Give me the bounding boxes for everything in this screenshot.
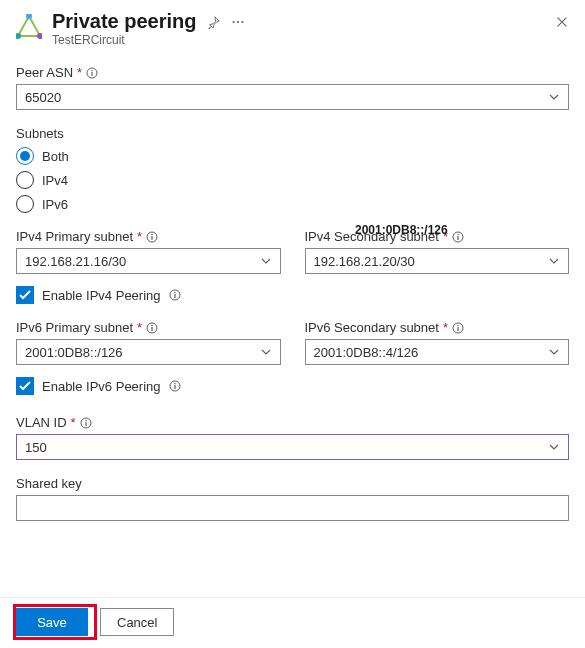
- required-mark: *: [137, 320, 142, 335]
- radio-both[interactable]: Both: [16, 147, 569, 165]
- enable-ipv4-checkbox[interactable]: Enable IPv4 Peering: [16, 286, 569, 304]
- save-button[interactable]: Save: [16, 608, 88, 636]
- radio-ipv6[interactable]: IPv6: [16, 195, 569, 213]
- chevron-down-icon: [548, 255, 560, 267]
- ipv4-primary-value: 192.168.21.16/30: [25, 254, 126, 269]
- vlan-id-label-text: VLAN ID: [16, 415, 67, 430]
- cancel-button[interactable]: Cancel: [100, 608, 174, 636]
- info-icon[interactable]: [86, 67, 98, 79]
- overlay-note: 2001:0DB8::/126: [355, 223, 448, 237]
- chevron-down-icon: [548, 346, 560, 358]
- more-icon[interactable]: [231, 15, 245, 29]
- svg-rect-12: [152, 234, 153, 235]
- required-mark: *: [71, 415, 76, 430]
- svg-rect-17: [174, 294, 175, 298]
- shared-key-input[interactable]: [16, 495, 569, 521]
- subnets-radio-group: Both IPv4 IPv6: [16, 147, 569, 213]
- required-mark: *: [443, 320, 448, 335]
- info-icon[interactable]: [80, 417, 92, 429]
- chevron-down-icon: [260, 255, 272, 267]
- peer-asn-label: Peer ASN *: [16, 65, 569, 80]
- radio-ipv6-label: IPv6: [42, 197, 68, 212]
- ipv6-secondary-input[interactable]: 2001:0DB8::4/126: [305, 339, 570, 365]
- svg-rect-11: [152, 236, 153, 240]
- info-icon[interactable]: [169, 289, 181, 301]
- expressroute-icon: [16, 14, 42, 40]
- ipv6-primary-label-text: IPv6 Primary subnet: [16, 320, 133, 335]
- pin-icon[interactable]: [207, 15, 221, 29]
- close-icon[interactable]: [555, 15, 569, 29]
- chevron-down-icon: [548, 91, 560, 103]
- radio-indicator: [16, 171, 34, 189]
- enable-ipv4-label: Enable IPv4 Peering: [42, 288, 161, 303]
- svg-rect-18: [174, 292, 175, 293]
- ipv6-primary-value: 2001:0DB8::/126: [25, 345, 123, 360]
- info-icon[interactable]: [452, 322, 464, 334]
- info-icon[interactable]: [452, 231, 464, 243]
- chevron-down-icon: [548, 441, 560, 453]
- svg-rect-14: [457, 236, 458, 240]
- svg-rect-8: [92, 72, 93, 76]
- svg-point-6: [241, 20, 243, 22]
- enable-ipv6-label: Enable IPv6 Peering: [42, 379, 161, 394]
- radio-indicator: [16, 147, 34, 165]
- svg-rect-9: [92, 70, 93, 71]
- svg-point-4: [232, 20, 234, 22]
- radio-ipv4-label: IPv4: [42, 173, 68, 188]
- info-icon[interactable]: [169, 380, 181, 392]
- svg-rect-20: [152, 327, 153, 331]
- ipv4-secondary-value: 192.168.21.20/30: [314, 254, 415, 269]
- ipv6-secondary-value: 2001:0DB8::4/126: [314, 345, 419, 360]
- svg-rect-15: [457, 234, 458, 235]
- ipv4-primary-label: IPv4 Primary subnet *: [16, 229, 281, 244]
- ipv6-secondary-label-text: IPv6 Secondary subnet: [305, 320, 439, 335]
- vlan-id-value: 150: [25, 440, 47, 455]
- svg-point-5: [236, 20, 238, 22]
- svg-rect-30: [85, 420, 86, 421]
- svg-rect-26: [174, 385, 175, 389]
- footer: Save Cancel: [0, 597, 585, 648]
- ipv6-secondary-label: IPv6 Secondary subnet *: [305, 320, 570, 335]
- page-title: Private peering: [52, 10, 197, 33]
- checkbox-icon: [16, 286, 34, 304]
- vlan-id-label: VLAN ID *: [16, 415, 569, 430]
- breadcrumb: TestERCircuit: [52, 33, 569, 47]
- checkbox-icon: [16, 377, 34, 395]
- svg-rect-27: [174, 383, 175, 384]
- ipv4-primary-label-text: IPv4 Primary subnet: [16, 229, 133, 244]
- svg-rect-23: [457, 327, 458, 331]
- radio-both-label: Both: [42, 149, 69, 164]
- info-icon[interactable]: [146, 231, 158, 243]
- enable-ipv6-checkbox[interactable]: Enable IPv6 Peering: [16, 377, 569, 395]
- peer-asn-input[interactable]: 65020: [16, 84, 569, 110]
- required-mark: *: [77, 65, 82, 80]
- svg-rect-21: [152, 325, 153, 326]
- ipv4-secondary-input[interactable]: 192.168.21.20/30: [305, 248, 570, 274]
- required-mark: *: [137, 229, 142, 244]
- svg-rect-24: [457, 325, 458, 326]
- ipv6-primary-input[interactable]: 2001:0DB8::/126: [16, 339, 281, 365]
- peer-asn-label-text: Peer ASN: [16, 65, 73, 80]
- chevron-down-icon: [260, 346, 272, 358]
- svg-rect-29: [85, 422, 86, 426]
- ipv4-primary-input[interactable]: 192.168.21.16/30: [16, 248, 281, 274]
- pane-header: Private peering TestERCircuit: [16, 10, 569, 47]
- info-icon[interactable]: [146, 322, 158, 334]
- shared-key-label: Shared key: [16, 476, 569, 491]
- ipv6-primary-label: IPv6 Primary subnet *: [16, 320, 281, 335]
- vlan-id-input[interactable]: 150: [16, 434, 569, 460]
- radio-ipv4[interactable]: IPv4: [16, 171, 569, 189]
- peer-asn-value: 65020: [25, 90, 61, 105]
- subnets-label: Subnets: [16, 126, 569, 141]
- radio-indicator: [16, 195, 34, 213]
